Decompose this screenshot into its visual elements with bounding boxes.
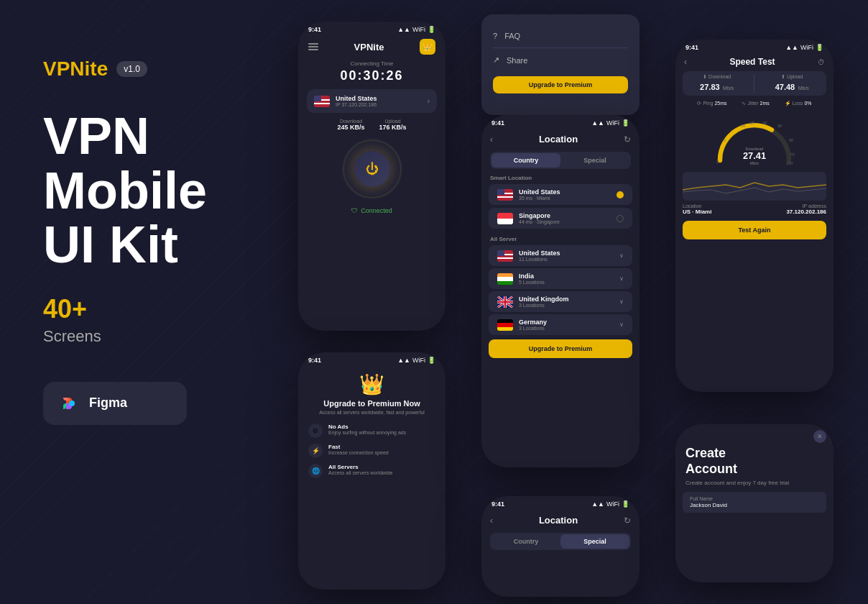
phone-speedtest: 9:41 ▲▲ WiFi 🔋 ‹ Speed Test ⏱ ⬇ Download…: [675, 40, 834, 392]
in-flag: [497, 273, 513, 285]
svg-text:10: 10: [741, 124, 745, 128]
wave-graph: [683, 172, 826, 201]
location-bar[interactable]: United States IP 37.120.202.186 ›: [307, 89, 437, 113]
p4-tab-country[interactable]: Country: [491, 534, 560, 549]
close-button[interactable]: ✕: [813, 430, 826, 443]
brand-row: VPNite v1.0: [43, 58, 273, 81]
server-us[interactable]: United States 11 Locations ∨: [489, 245, 632, 266]
phone-main: 9:41 ▲▲ WiFi 🔋 VPNite 👑 Connecting Time …: [298, 22, 445, 331]
chevron-down-icon: ∨: [619, 252, 624, 259]
tab-country[interactable]: Country: [491, 153, 560, 168]
svg-text:20: 20: [762, 121, 767, 125]
back-btn-4[interactable]: ‹: [490, 516, 493, 526]
headline: VPN Mobile UI Kit: [43, 109, 273, 273]
loc-title-4: Location: [539, 515, 578, 526]
upgrade-premium-btn[interactable]: Upgrade to Premium: [489, 339, 632, 358]
figma-icon: [57, 392, 80, 415]
speed-test-title: Speed Test: [687, 57, 818, 67]
figma-label: Figma: [89, 395, 127, 411]
connecting-label: Connecting Time: [298, 60, 445, 67]
svg-text:0: 0: [716, 160, 719, 164]
us-flag-smart: [497, 189, 513, 201]
no-ads-icon: ⊘: [308, 424, 323, 438]
speeds-row: ⬇ Download 27.83 Mb/s ⬆ Upload 47.48 Mb/…: [683, 71, 826, 96]
svg-text:100: 100: [786, 161, 793, 165]
back-button[interactable]: ‹: [490, 134, 493, 145]
history-icon[interactable]: ⏱: [818, 58, 825, 66]
power-button[interactable]: ⏻: [354, 151, 390, 187]
chevron-right-icon: ›: [428, 97, 430, 105]
active-dot: [617, 191, 624, 198]
chevron-down-icon-4: ∨: [619, 321, 624, 328]
chevron-down-icon-2: ∨: [619, 275, 624, 282]
us-flag: [314, 96, 330, 107]
tab-row: Country Special: [490, 152, 631, 169]
phone-location: 9:41 ▲▲ WiFi 🔋 ‹ Location ↻ Country Spec…: [481, 115, 640, 467]
connecting-time: 00:30:26: [298, 68, 445, 83]
loc-header: ‹ Location ↻: [481, 129, 640, 149]
de-flag: [497, 319, 513, 331]
feature-no-ads: ⊘ No Ads Enjoy surfing without annoying …: [298, 421, 445, 441]
svg-text:50: 50: [789, 138, 793, 142]
svg-text:75: 75: [790, 152, 795, 157]
shield-icon: 🛡: [351, 207, 358, 214]
us-flag-list: [497, 250, 513, 262]
p4-tab-row: Country Special: [490, 533, 631, 550]
ca-close: ✕: [675, 424, 834, 446]
p4-tab-special[interactable]: Special: [560, 534, 629, 549]
svg-text:30: 30: [777, 124, 782, 128]
upgrade-title: Upgrade to Premium Now: [298, 399, 445, 408]
phone-upgrade: 9:41 ▲▲ WiFi 🔋 👑 Upgrade to Premium Now …: [298, 352, 445, 590]
location-title: Location: [539, 134, 578, 145]
svg-text:15: 15: [750, 121, 754, 125]
version-badge: v1.0: [116, 61, 147, 77]
status-bar-5: 9:41 ▲▲ WiFi 🔋: [675, 40, 834, 54]
servers-icon: 🌐: [308, 464, 323, 478]
test-again-button[interactable]: Test Again: [683, 221, 826, 239]
loc-ip: IP 37.120.202.186: [336, 102, 422, 107]
faq-item[interactable]: ? FAQ: [493, 26, 628, 46]
fast-icon: ⚡: [308, 444, 323, 458]
sp-header: ‹ Speed Test ⏱: [675, 54, 834, 71]
status-bar: 9:41 ▲▲ WiFi 🔋: [298, 22, 445, 36]
share-item[interactable]: ↗ Share: [493, 50, 628, 70]
server-gb[interactable]: United Kingdom 3 Locations ∨: [489, 291, 632, 312]
ca-fullname-input[interactable]: Full Name Jackson David: [683, 492, 826, 513]
loc-header-4: ‹ Location ↻: [481, 511, 640, 530]
inactive-dot: [617, 215, 624, 222]
phone-location-bottom: 9:41 ▲▲ WiFi 🔋 ‹ Location ↻ Country Spec…: [481, 496, 640, 597]
chevron-down-icon-3: ∨: [619, 298, 624, 305]
smart-server-sg[interactable]: Singapore 44 ms · Singapore: [489, 208, 632, 229]
status-bar-4: 9:41 ▲▲ WiFi 🔋: [481, 496, 640, 511]
crown-icon[interactable]: 👑: [420, 39, 435, 55]
smart-location-label: Smart Location: [481, 175, 640, 184]
power-circle: ⏻: [298, 137, 445, 201]
upgrade-subtitle: Access all servers worldwide, fast and p…: [298, 410, 445, 415]
refresh-icon-4[interactable]: ↻: [624, 516, 631, 526]
menu-upgrade-btn[interactable]: Upgrade to Premium: [493, 76, 628, 93]
loc-country: United States: [336, 95, 422, 102]
brand-name: VPNite: [43, 58, 108, 81]
server-in[interactable]: India 5 Locations ∨: [489, 268, 632, 289]
feature-fast: ⚡ Fast Increase connection speed: [298, 441, 445, 461]
all-server-label: All Server: [481, 232, 640, 245]
smart-server-us[interactable]: United States 35 ms · Miami: [489, 184, 632, 205]
faq-icon: ?: [493, 32, 497, 40]
gb-flag: [497, 296, 513, 308]
svg-text:Mb/s: Mb/s: [750, 161, 759, 165]
tab-special[interactable]: Special: [560, 153, 629, 168]
status-bar-2: 9:41 ▲▲ WiFi 🔋: [298, 352, 445, 367]
p1-app-title: VPNite: [354, 42, 384, 52]
screen-label: Screens: [43, 327, 273, 346]
feature-all-servers: 🌐 All Servers Access all servers worldwi…: [298, 461, 445, 481]
server-de[interactable]: Germany 3 Locations ∨: [489, 314, 632, 335]
svg-text:27.41: 27.41: [743, 150, 766, 161]
refresh-icon[interactable]: ↻: [624, 134, 631, 145]
p1-header: VPNite 👑: [298, 36, 445, 60]
figma-badge: Figma: [43, 382, 187, 425]
gauge-svg: 0 5 10 15 20 30 50 75 100 Download 27.41…: [708, 111, 801, 169]
menu-card: ? FAQ ↗ Share Upgrade to Premium: [481, 14, 640, 115]
menu-icon[interactable]: [308, 43, 318, 50]
share-icon: ↗: [493, 55, 499, 65]
upgrade-crown-icon: 👑: [298, 372, 445, 396]
